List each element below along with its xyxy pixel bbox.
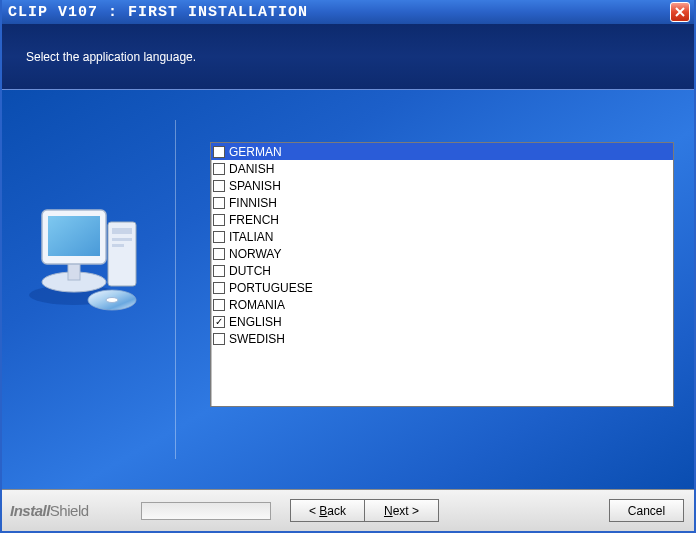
language-item[interactable]: FINNISH bbox=[211, 194, 673, 211]
language-item[interactable]: NORWAY bbox=[211, 245, 673, 262]
button-row: < Back Next > Cancel bbox=[290, 499, 684, 522]
language-item[interactable]: ROMANIA bbox=[211, 296, 673, 313]
window-title: CLIP V107 : FIRST INSTALLATION bbox=[8, 4, 308, 21]
language-label: ROMANIA bbox=[229, 298, 285, 312]
language-label: ENGLISH bbox=[229, 315, 282, 329]
language-item[interactable]: PORTUGUESE bbox=[211, 279, 673, 296]
language-item[interactable]: SPANISH bbox=[211, 177, 673, 194]
progress-bar bbox=[141, 502, 271, 520]
language-label: DUTCH bbox=[229, 264, 271, 278]
svg-rect-2 bbox=[112, 228, 132, 234]
language-checkbox[interactable]: ✓ bbox=[213, 316, 225, 328]
language-label: FINNISH bbox=[229, 196, 277, 210]
language-item[interactable]: SWEDISH bbox=[211, 330, 673, 347]
language-label: DANISH bbox=[229, 162, 274, 176]
content-area: GERMANDANISHSPANISHFINNISHFRENCHITALIANN… bbox=[2, 90, 694, 489]
next-button[interactable]: Next > bbox=[364, 499, 439, 522]
language-checkbox[interactable] bbox=[213, 282, 225, 294]
svg-rect-3 bbox=[112, 238, 132, 241]
language-checkbox[interactable] bbox=[213, 214, 225, 226]
language-checkbox[interactable] bbox=[213, 299, 225, 311]
installshield-brand: InstallShield bbox=[10, 502, 89, 519]
titlebar: CLIP V107 : FIRST INSTALLATION bbox=[2, 0, 694, 24]
language-checkbox[interactable] bbox=[213, 197, 225, 209]
language-label: SWEDISH bbox=[229, 332, 285, 346]
language-checkbox[interactable] bbox=[213, 231, 225, 243]
language-item[interactable]: DANISH bbox=[211, 160, 673, 177]
language-checkbox[interactable] bbox=[213, 180, 225, 192]
svg-rect-8 bbox=[48, 216, 100, 256]
footer: InstallShield < Back Next > Cancel bbox=[2, 489, 694, 531]
svg-rect-4 bbox=[112, 244, 124, 247]
language-label: GERMAN bbox=[229, 145, 282, 159]
close-icon bbox=[675, 7, 685, 17]
language-item[interactable]: GERMAN bbox=[211, 143, 673, 160]
cancel-button[interactable]: Cancel bbox=[609, 499, 684, 522]
language-checkbox[interactable] bbox=[213, 333, 225, 345]
svg-point-10 bbox=[106, 298, 118, 303]
language-item[interactable]: ✓ENGLISH bbox=[211, 313, 673, 330]
language-checkbox[interactable] bbox=[213, 248, 225, 260]
list-pane: GERMANDANISHSPANISHFINNISHFRENCHITALIANN… bbox=[176, 90, 694, 489]
installer-window: CLIP V107 : FIRST INSTALLATION Select th… bbox=[0, 0, 696, 533]
language-item[interactable]: DUTCH bbox=[211, 262, 673, 279]
language-label: FRENCH bbox=[229, 213, 279, 227]
header-band: Select the application language. bbox=[2, 24, 694, 90]
back-button[interactable]: < Back bbox=[290, 499, 365, 522]
close-button[interactable] bbox=[670, 2, 690, 22]
language-label: SPANISH bbox=[229, 179, 281, 193]
computer-icon bbox=[24, 190, 154, 320]
language-listbox[interactable]: GERMANDANISHSPANISHFINNISHFRENCHITALIANN… bbox=[210, 142, 674, 407]
header-prompt: Select the application language. bbox=[26, 50, 196, 64]
language-label: NORWAY bbox=[229, 247, 281, 261]
sidebar bbox=[2, 90, 176, 489]
language-checkbox[interactable] bbox=[213, 265, 225, 277]
language-item[interactable]: FRENCH bbox=[211, 211, 673, 228]
language-label: PORTUGUESE bbox=[229, 281, 313, 295]
language-label: ITALIAN bbox=[229, 230, 273, 244]
language-item[interactable]: ITALIAN bbox=[211, 228, 673, 245]
language-checkbox[interactable] bbox=[213, 146, 225, 158]
language-checkbox[interactable] bbox=[213, 163, 225, 175]
